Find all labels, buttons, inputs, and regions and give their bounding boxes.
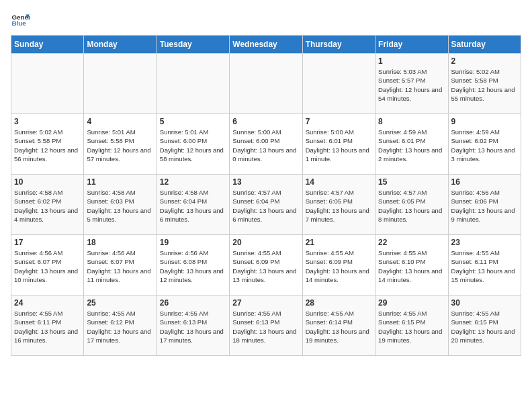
day-info: Sunrise: 5:03 AM Sunset: 5:57 PM Dayligh…	[378, 67, 445, 103]
day-info: Sunrise: 4:55 AM Sunset: 6:14 PM Dayligh…	[306, 309, 372, 345]
day-number: 7	[306, 117, 372, 126]
calendar-cell: 5Sunrise: 5:01 AM Sunset: 6:00 PM Daylig…	[157, 114, 229, 175]
day-number: 14	[306, 177, 372, 187]
weekday-header: Tuesday	[157, 36, 229, 54]
day-info: Sunrise: 5:02 AM Sunset: 5:58 PM Dayligh…	[451, 67, 518, 103]
day-info: Sunrise: 4:57 AM Sunset: 6:05 PM Dayligh…	[306, 188, 372, 224]
calendar-cell	[302, 54, 375, 114]
calendar-cell	[157, 54, 229, 114]
calendar-cell: 12Sunrise: 4:58 AM Sunset: 6:04 PM Dayli…	[157, 175, 229, 235]
day-info: Sunrise: 4:59 AM Sunset: 6:01 PM Dayligh…	[378, 128, 445, 163]
calendar-cell: 23Sunrise: 4:55 AM Sunset: 6:11 PM Dayli…	[448, 235, 521, 295]
day-number: 6	[232, 117, 299, 126]
calendar-table: SundayMondayTuesdayWednesdayThursdayFrid…	[11, 35, 521, 356]
calendar-cell: 22Sunrise: 4:55 AM Sunset: 6:10 PM Dayli…	[375, 235, 448, 295]
day-number: 5	[160, 117, 226, 126]
day-number: 1	[378, 56, 445, 66]
day-number: 16	[451, 177, 518, 187]
day-info: Sunrise: 4:55 AM Sunset: 6:10 PM Dayligh…	[378, 248, 445, 284]
day-number: 17	[14, 238, 81, 247]
day-number: 11	[87, 177, 153, 187]
day-info: Sunrise: 4:55 AM Sunset: 6:15 PM Dayligh…	[451, 309, 518, 345]
calendar-cell	[11, 54, 84, 114]
calendar-cell: 7Sunrise: 5:00 AM Sunset: 6:01 PM Daylig…	[302, 114, 375, 175]
calendar-cell: 30Sunrise: 4:55 AM Sunset: 6:15 PM Dayli…	[448, 295, 521, 356]
svg-text:Blue: Blue	[11, 19, 26, 27]
calendar-cell: 3Sunrise: 5:02 AM Sunset: 5:58 PM Daylig…	[11, 114, 84, 175]
calendar-cell: 15Sunrise: 4:57 AM Sunset: 6:05 PM Dayli…	[375, 175, 448, 235]
day-info: Sunrise: 4:59 AM Sunset: 6:02 PM Dayligh…	[451, 128, 518, 163]
calendar-cell: 16Sunrise: 4:56 AM Sunset: 6:06 PM Dayli…	[448, 175, 521, 235]
day-number: 19	[160, 238, 226, 247]
day-number: 26	[160, 298, 226, 308]
weekday-header: Saturday	[448, 36, 521, 54]
day-info: Sunrise: 4:56 AM Sunset: 6:08 PM Dayligh…	[160, 248, 226, 284]
day-number: 15	[378, 177, 445, 187]
calendar-week-row: 17Sunrise: 4:56 AM Sunset: 6:07 PM Dayli…	[11, 235, 521, 295]
day-number: 12	[160, 177, 226, 187]
day-info: Sunrise: 4:56 AM Sunset: 6:06 PM Dayligh…	[451, 188, 518, 224]
calendar-week-row: 24Sunrise: 4:55 AM Sunset: 6:11 PM Dayli…	[11, 295, 521, 356]
day-number: 9	[451, 117, 518, 126]
calendar-week-row: 10Sunrise: 4:58 AM Sunset: 6:02 PM Dayli…	[11, 175, 521, 235]
day-number: 29	[378, 298, 445, 308]
calendar-cell: 28Sunrise: 4:55 AM Sunset: 6:14 PM Dayli…	[302, 295, 375, 356]
day-number: 4	[87, 117, 153, 126]
calendar-cell: 11Sunrise: 4:58 AM Sunset: 6:03 PM Dayli…	[84, 175, 157, 235]
day-info: Sunrise: 4:55 AM Sunset: 6:12 PM Dayligh…	[87, 309, 153, 345]
calendar-cell: 26Sunrise: 4:55 AM Sunset: 6:13 PM Dayli…	[157, 295, 229, 356]
calendar-cell: 27Sunrise: 4:55 AM Sunset: 6:13 PM Dayli…	[230, 295, 302, 356]
calendar-cell: 2Sunrise: 5:02 AM Sunset: 5:58 PM Daylig…	[448, 54, 521, 114]
calendar-body: 1Sunrise: 5:03 AM Sunset: 5:57 PM Daylig…	[11, 54, 521, 356]
calendar-cell: 9Sunrise: 4:59 AM Sunset: 6:02 PM Daylig…	[448, 114, 521, 175]
calendar-cell: 21Sunrise: 4:55 AM Sunset: 6:09 PM Dayli…	[302, 235, 375, 295]
day-number: 2	[451, 56, 518, 66]
day-number: 10	[14, 177, 81, 187]
day-number: 8	[378, 117, 445, 126]
day-number: 28	[306, 298, 372, 308]
day-info: Sunrise: 5:01 AM Sunset: 6:00 PM Dayligh…	[160, 128, 226, 163]
weekday-header: Friday	[375, 36, 448, 54]
header: General Blue	[11, 11, 521, 30]
calendar-cell: 17Sunrise: 4:56 AM Sunset: 6:07 PM Dayli…	[11, 235, 84, 295]
day-info: Sunrise: 4:55 AM Sunset: 6:15 PM Dayligh…	[378, 309, 445, 345]
day-info: Sunrise: 5:00 AM Sunset: 6:01 PM Dayligh…	[306, 128, 372, 163]
day-info: Sunrise: 4:56 AM Sunset: 6:07 PM Dayligh…	[14, 248, 81, 284]
day-number: 21	[306, 238, 372, 247]
day-info: Sunrise: 4:58 AM Sunset: 6:03 PM Dayligh…	[87, 188, 153, 224]
calendar-cell: 29Sunrise: 4:55 AM Sunset: 6:15 PM Dayli…	[375, 295, 448, 356]
calendar-cell: 18Sunrise: 4:56 AM Sunset: 6:07 PM Dayli…	[84, 235, 157, 295]
weekday-header: Wednesday	[230, 36, 302, 54]
day-number: 3	[14, 117, 81, 126]
calendar-cell: 14Sunrise: 4:57 AM Sunset: 6:05 PM Dayli…	[302, 175, 375, 235]
calendar-cell: 25Sunrise: 4:55 AM Sunset: 6:12 PM Dayli…	[84, 295, 157, 356]
weekday-header: Monday	[84, 36, 157, 54]
calendar-cell: 1Sunrise: 5:03 AM Sunset: 5:57 PM Daylig…	[375, 54, 448, 114]
weekday-header: Thursday	[302, 36, 375, 54]
day-number: 25	[87, 298, 153, 308]
day-info: Sunrise: 4:57 AM Sunset: 6:04 PM Dayligh…	[232, 188, 299, 224]
logo: General Blue	[11, 11, 32, 30]
day-info: Sunrise: 5:02 AM Sunset: 5:58 PM Dayligh…	[14, 128, 81, 163]
day-info: Sunrise: 4:56 AM Sunset: 6:07 PM Dayligh…	[87, 248, 153, 284]
weekday-header: Sunday	[11, 36, 84, 54]
calendar-cell: 6Sunrise: 5:00 AM Sunset: 6:00 PM Daylig…	[230, 114, 302, 175]
day-info: Sunrise: 4:58 AM Sunset: 6:02 PM Dayligh…	[14, 188, 81, 224]
logo-icon: General Blue	[11, 11, 30, 30]
calendar-cell: 4Sunrise: 5:01 AM Sunset: 5:58 PM Daylig…	[84, 114, 157, 175]
calendar-cell	[230, 54, 302, 114]
calendar-week-row: 1Sunrise: 5:03 AM Sunset: 5:57 PM Daylig…	[11, 54, 521, 114]
day-info: Sunrise: 4:55 AM Sunset: 6:09 PM Dayligh…	[306, 248, 372, 284]
day-number: 20	[232, 238, 299, 247]
day-number: 18	[87, 238, 153, 247]
day-number: 24	[14, 298, 81, 308]
day-info: Sunrise: 4:55 AM Sunset: 6:09 PM Dayligh…	[232, 248, 299, 284]
calendar-cell: 13Sunrise: 4:57 AM Sunset: 6:04 PM Dayli…	[230, 175, 302, 235]
day-info: Sunrise: 4:55 AM Sunset: 6:11 PM Dayligh…	[451, 248, 518, 284]
day-number: 27	[232, 298, 299, 308]
day-info: Sunrise: 4:57 AM Sunset: 6:05 PM Dayligh…	[378, 188, 445, 224]
day-info: Sunrise: 4:55 AM Sunset: 6:11 PM Dayligh…	[14, 309, 81, 345]
day-number: 23	[451, 238, 518, 247]
calendar-cell: 19Sunrise: 4:56 AM Sunset: 6:08 PM Dayli…	[157, 235, 229, 295]
day-number: 22	[378, 238, 445, 247]
